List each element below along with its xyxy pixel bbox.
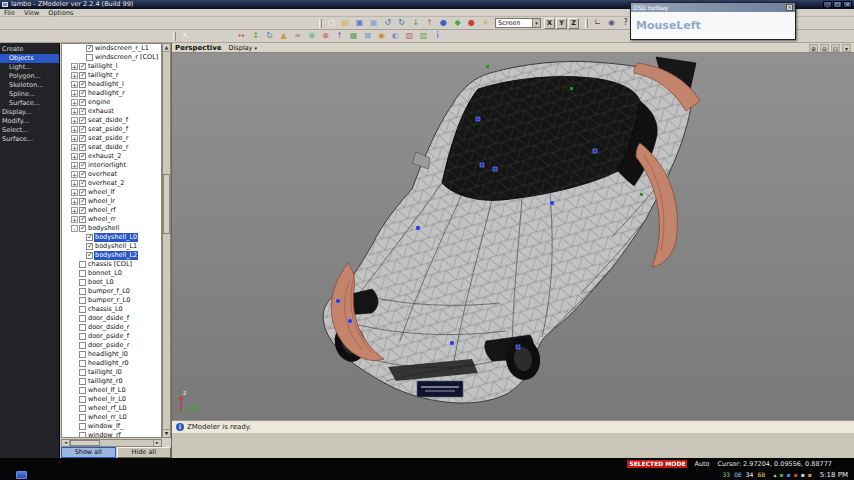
tree-item[interactable]: door_dside_r (62, 323, 161, 332)
tree-visibility-checkbox[interactable] (79, 423, 86, 430)
redo-icon[interactable]: ↻ (395, 17, 408, 29)
tree-item[interactable]: + seat_dside_f (62, 116, 161, 125)
snap-icon[interactable]: ◉ (375, 30, 388, 42)
grid-icon[interactable]: ⊞ (361, 30, 374, 42)
view-menu-icon[interactable]: ▾ (842, 44, 851, 52)
tree-expander-icon[interactable]: + (71, 153, 78, 160)
license-plate[interactable] (417, 381, 463, 397)
commands-item[interactable]: Modify... (0, 117, 59, 126)
tree-visibility-checkbox[interactable] (79, 126, 86, 133)
hide-all-button[interactable]: Hide all (117, 447, 172, 458)
save-file-icon[interactable]: ▣ (353, 17, 366, 29)
tree-visibility-checkbox[interactable] (86, 234, 93, 241)
taskbar-clock[interactable]: 5:18 PM (820, 471, 848, 479)
tree-item[interactable]: taillight_r0 (62, 377, 161, 386)
tree-visibility-checkbox[interactable] (79, 324, 86, 331)
tree-expander-icon[interactable]: + (71, 72, 78, 79)
tree-expander-icon[interactable]: + (71, 81, 78, 88)
scroll-up-icon[interactable]: ▲ (163, 44, 170, 52)
menu-item[interactable]: Options (48, 9, 73, 17)
tree-visibility-checkbox[interactable] (79, 432, 86, 438)
tree-visibility-checkbox[interactable] (79, 387, 86, 394)
tree-visibility-checkbox[interactable] (79, 279, 86, 286)
weld-icon[interactable]: ⊕ (305, 30, 318, 42)
tree-expander-icon[interactable]: + (71, 171, 78, 178)
tree-visibility-checkbox[interactable] (86, 252, 93, 259)
maximize-button[interactable]: □ (833, 1, 842, 8)
commands-item[interactable]: Surface... (0, 99, 59, 108)
tree-visibility-checkbox[interactable] (86, 54, 93, 61)
marker-tool-icon[interactable]: ● (465, 17, 478, 29)
tree-visibility-checkbox[interactable] (79, 216, 86, 223)
taskbar-app-icon[interactable] (16, 471, 27, 479)
tree-visibility-checkbox[interactable] (79, 117, 86, 124)
tray-antivirus-icon[interactable]: ▪ (779, 470, 783, 480)
tree-item[interactable]: bonnet_L0 (62, 269, 161, 278)
tree-visibility-checkbox[interactable] (79, 369, 86, 376)
select-arrow-icon[interactable]: ↖ (179, 30, 192, 42)
tree-item[interactable]: chassis [COL] (62, 260, 161, 269)
tree-visibility-checkbox[interactable] (79, 135, 86, 142)
tree-item[interactable]: - bodyshell (62, 224, 161, 233)
tray-messenger-icon[interactable]: ▪ (794, 470, 798, 480)
tree-visibility-checkbox[interactable] (79, 189, 86, 196)
tree-expander-icon[interactable]: + (71, 216, 78, 223)
tree-visibility-checkbox[interactable] (79, 207, 86, 214)
magnet-icon[interactable]: ◐ (389, 30, 402, 42)
tree-expander-icon[interactable]: + (71, 144, 78, 151)
screen-space-combo[interactable]: Screen ▾ (495, 18, 541, 28)
tree-visibility-checkbox[interactable] (79, 333, 86, 340)
tree-item[interactable]: windscreen_r_L1 (62, 44, 161, 53)
primitive-tool-icon[interactable]: ◆ (451, 17, 464, 29)
tree-visibility-checkbox[interactable] (79, 81, 86, 88)
close-button[interactable]: × (843, 1, 852, 8)
move-vertical-icon[interactable]: ↕ (249, 30, 262, 42)
tree-visibility-checkbox[interactable] (79, 306, 86, 313)
tree-item[interactable]: + wheel_rf (62, 206, 161, 215)
tree-expander-icon[interactable]: + (71, 117, 78, 124)
tree-visibility-checkbox[interactable] (79, 162, 86, 169)
info-tool-icon[interactable]: i (431, 30, 444, 42)
select-circle-icon[interactable]: ○ (207, 30, 220, 42)
tree-expander-icon[interactable]: + (71, 198, 78, 205)
commands-item[interactable]: Surface... (0, 135, 59, 144)
tree-visibility-checkbox[interactable] (79, 315, 86, 322)
commands-item[interactable]: Select... (0, 126, 59, 135)
osd-title-bar[interactable]: OSD hotkey × (631, 3, 795, 12)
select-rect-icon[interactable]: ▢ (193, 30, 206, 42)
tree-visibility-checkbox[interactable] (79, 405, 86, 412)
tree-expander-icon[interactable]: + (71, 180, 78, 187)
tree-visibility-checkbox[interactable] (79, 351, 86, 358)
tree-item[interactable]: + overheat_2 (62, 179, 161, 188)
texture-icon[interactable]: ▧ (417, 30, 430, 42)
tree-item[interactable]: + taillight_r (62, 71, 161, 80)
tree-item[interactable]: headlight_l0 (62, 350, 161, 359)
light-tool-icon[interactable]: ☀ (479, 17, 492, 29)
tree-item[interactable]: wheel_rr_L0 (62, 413, 161, 422)
tree-visibility-checkbox[interactable] (79, 144, 86, 151)
tree-expander-icon[interactable]: + (71, 63, 78, 70)
tree-visibility-checkbox[interactable] (79, 288, 86, 295)
tree-expander-icon[interactable]: + (71, 207, 78, 214)
tree-visibility-checkbox[interactable] (79, 378, 86, 385)
scale-icon[interactable]: ▲ (277, 30, 290, 42)
axis-toggle-button[interactable]: X (544, 18, 555, 29)
toolbar-grip[interactable] (319, 19, 322, 28)
tree-item[interactable]: + wheel_lf (62, 188, 161, 197)
commands-item[interactable]: Objects (0, 54, 59, 63)
tree-item[interactable]: + engine (62, 98, 161, 107)
tree-item[interactable]: + seat_pside_r (62, 134, 161, 143)
tree-item[interactable]: door_pside_f (62, 332, 161, 341)
scene-tree[interactable]: windscreen_r_L1 windscreen_r [COL] + tai… (61, 43, 162, 438)
tree-item[interactable]: bumper_r_L0 (62, 296, 161, 305)
tree-item[interactable]: + exhaust_2 (62, 152, 161, 161)
tree-visibility-checkbox[interactable] (79, 99, 86, 106)
save-as-icon[interactable]: ▣ (367, 17, 380, 29)
commands-item[interactable]: Polygon... (0, 72, 59, 81)
tree-item[interactable]: + seat_dside_r (62, 143, 161, 152)
chevron-down-icon[interactable]: ▾ (532, 19, 540, 27)
select-poly-icon[interactable]: ◇ (221, 30, 234, 42)
tree-item[interactable]: + wheel_lr (62, 197, 161, 206)
tree-item[interactable]: wheel_rf_L0 (62, 404, 161, 413)
toolbar-grip[interactable] (585, 19, 588, 28)
